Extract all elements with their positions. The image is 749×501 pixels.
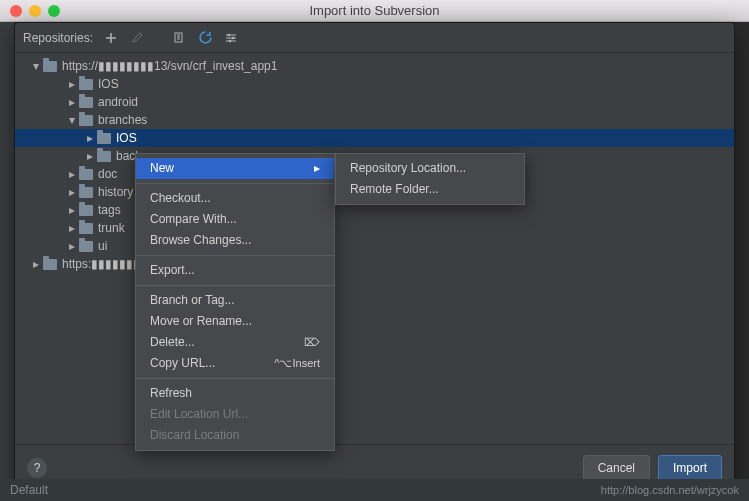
folder-icon bbox=[79, 205, 93, 216]
tree-item-label: android bbox=[98, 93, 138, 111]
tree-item[interactable]: ▸IOS bbox=[15, 129, 734, 147]
expand-arrow-icon[interactable]: ▸ bbox=[67, 75, 77, 93]
svg-point-1 bbox=[228, 33, 231, 36]
expand-arrow-icon[interactable]: ▸ bbox=[67, 201, 77, 219]
folder-icon bbox=[79, 241, 93, 252]
expand-arrow-icon[interactable]: ▸ bbox=[67, 237, 77, 255]
tree-item-label: branches bbox=[98, 111, 147, 129]
expand-arrow-icon[interactable]: ▸ bbox=[67, 93, 77, 111]
repositories-label: Repositories: bbox=[23, 31, 93, 45]
menu-separator bbox=[136, 285, 334, 286]
menu-new-label: New bbox=[150, 158, 174, 179]
menu-separator bbox=[136, 255, 334, 256]
expand-arrow-icon[interactable]: ▸ bbox=[67, 219, 77, 237]
folder-icon bbox=[79, 97, 93, 108]
tree-repo-root[interactable]: ▾https://▮▮▮▮▮▮▮▮13/svn/crf_invest_app1 bbox=[15, 57, 734, 75]
expand-arrow-icon[interactable]: ▸ bbox=[67, 183, 77, 201]
menu-browse-changes[interactable]: Browse Changes... bbox=[136, 230, 334, 251]
tree-item-label: doc bbox=[98, 165, 117, 183]
expand-arrow-icon[interactable]: ▾ bbox=[67, 111, 77, 129]
add-repo-icon[interactable] bbox=[103, 30, 119, 46]
status-bar: Default http://blog.csdn.net/wrjzycok bbox=[0, 479, 749, 501]
menu-checkout[interactable]: Checkout... bbox=[136, 188, 334, 209]
tree-repo-root[interactable]: ▸https:▮▮▮▮▮▮▮▮▮▮▮▮▮▮▮▮▮▮▮▮/branches bbox=[15, 255, 734, 273]
titlebar: Import into Subversion bbox=[0, 0, 749, 22]
menu-separator bbox=[136, 183, 334, 184]
tree-item[interactable]: ▸IOS bbox=[15, 75, 734, 93]
import-dialog: Repositories: ▾https://▮▮▮▮▮▮▮▮13/svn/cr… bbox=[14, 22, 735, 491]
tree-item-label: https://▮▮▮▮▮▮▮▮13/svn/crf_invest_app1 bbox=[62, 57, 277, 75]
expand-arrow-icon[interactable]: ▾ bbox=[31, 57, 41, 75]
menu-compare-with[interactable]: Compare With... bbox=[136, 209, 334, 230]
copy-icon[interactable] bbox=[171, 30, 187, 46]
expand-arrow-icon[interactable]: ▸ bbox=[85, 129, 95, 147]
tree-item-label: IOS bbox=[116, 129, 137, 147]
menu-export[interactable]: Export... bbox=[136, 260, 334, 281]
menu-delete[interactable]: Delete... ⌦ bbox=[136, 332, 334, 353]
tree-item[interactable]: ▸ui bbox=[15, 237, 734, 255]
folder-icon bbox=[79, 115, 93, 126]
repository-tree[interactable]: ▾https://▮▮▮▮▮▮▮▮13/svn/crf_invest_app1▸… bbox=[15, 53, 734, 444]
menu-copy-url[interactable]: Copy URL... ^⌥Insert bbox=[136, 353, 334, 374]
expand-arrow-icon[interactable]: ▸ bbox=[85, 147, 95, 165]
repositories-toolbar: Repositories: bbox=[15, 23, 734, 53]
menu-edit-location: Edit Location Url... bbox=[136, 404, 334, 425]
new-submenu: Repository Location... Remote Folder... bbox=[335, 153, 525, 205]
svg-point-2 bbox=[232, 36, 235, 39]
menu-branch-or-tag[interactable]: Branch or Tag... bbox=[136, 290, 334, 311]
tree-item[interactable]: ▸trunk bbox=[15, 219, 734, 237]
folder-icon bbox=[97, 133, 111, 144]
menu-remote-folder[interactable]: Remote Folder... bbox=[336, 179, 524, 200]
left-gutter bbox=[0, 22, 14, 501]
folder-icon bbox=[43, 61, 57, 72]
tree-item[interactable]: ▸android bbox=[15, 93, 734, 111]
tree-item-label: trunk bbox=[98, 219, 125, 237]
menu-refresh[interactable]: Refresh bbox=[136, 383, 334, 404]
tree-item-label: IOS bbox=[98, 75, 119, 93]
cancel-button[interactable]: Cancel bbox=[583, 455, 650, 481]
menu-separator bbox=[136, 378, 334, 379]
status-label: Default bbox=[10, 483, 48, 497]
import-button[interactable]: Import bbox=[658, 455, 722, 481]
svg-point-3 bbox=[229, 39, 232, 42]
folder-icon bbox=[79, 187, 93, 198]
submenu-arrow-icon: ▸ bbox=[314, 158, 320, 179]
toolbar-separator bbox=[155, 30, 161, 46]
context-menu: New ▸ Checkout... Compare With... Browse… bbox=[135, 153, 335, 451]
folder-icon bbox=[97, 151, 111, 162]
menu-discard-location: Discard Location bbox=[136, 425, 334, 446]
status-url: http://blog.csdn.net/wrjzycok bbox=[601, 484, 739, 496]
folder-icon bbox=[79, 169, 93, 180]
menu-move-rename[interactable]: Move or Rename... bbox=[136, 311, 334, 332]
menu-new[interactable]: New ▸ bbox=[136, 158, 334, 179]
tree-item[interactable]: ▾branches bbox=[15, 111, 734, 129]
folder-icon bbox=[79, 223, 93, 234]
folder-icon bbox=[43, 259, 57, 270]
folder-icon bbox=[79, 79, 93, 90]
window-title: Import into Subversion bbox=[0, 3, 749, 18]
edit-repo-icon[interactable] bbox=[129, 30, 145, 46]
menu-repository-location[interactable]: Repository Location... bbox=[336, 158, 524, 179]
tree-item-label: history bbox=[98, 183, 133, 201]
menu-delete-shortcut: ⌦ bbox=[304, 332, 320, 353]
expand-arrow-icon[interactable]: ▸ bbox=[31, 255, 41, 273]
help-button[interactable]: ? bbox=[27, 458, 47, 478]
tree-item-label: ui bbox=[98, 237, 107, 255]
menu-copy-url-shortcut: ^⌥Insert bbox=[274, 353, 320, 374]
expand-arrow-icon[interactable]: ▸ bbox=[67, 165, 77, 183]
settings-icon[interactable] bbox=[223, 30, 239, 46]
tree-item-label: tags bbox=[98, 201, 121, 219]
refresh-icon[interactable] bbox=[197, 30, 213, 46]
